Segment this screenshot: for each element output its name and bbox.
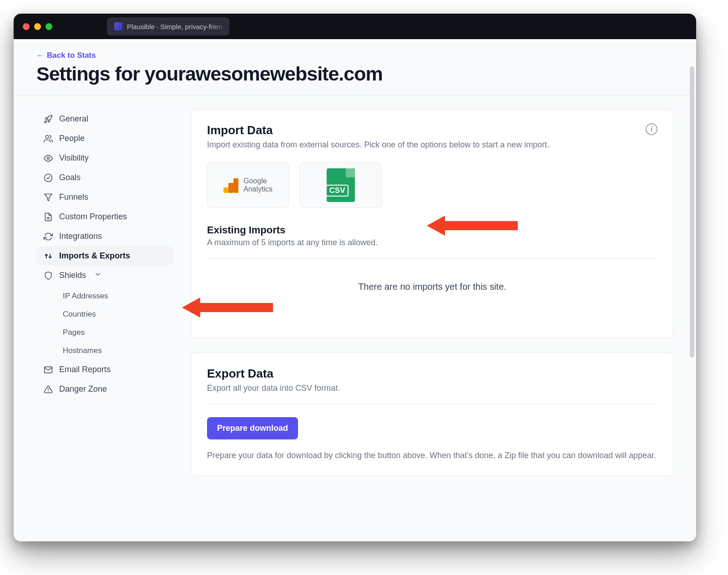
annotation-arrow-sidebar [182, 294, 273, 321]
export-desc: Export all your data into CSV format. [207, 383, 657, 393]
browser-window: Plausible · Simple, privacy-frien ← Back… [14, 14, 696, 541]
sidebar-item-funnels[interactable]: Funnels [36, 187, 173, 207]
arrows-up-down-icon [44, 252, 53, 261]
sidebar-item-visibility[interactable]: Visibility [36, 148, 173, 168]
google-analytics-label: Google Analytics [243, 177, 273, 193]
export-note: Prepare your data for download by clicki… [207, 449, 657, 462]
scrollbar[interactable] [690, 66, 694, 358]
prepare-download-button[interactable]: Prepare download [207, 417, 298, 439]
csv-file-icon: CSV [327, 168, 355, 202]
info-icon[interactable]: i [646, 123, 657, 135]
annotation-arrow-csv [427, 212, 518, 239]
export-data-card: Export Data Export all your data into CS… [191, 353, 673, 476]
window-controls [23, 23, 52, 30]
sidebar-item-goals[interactable]: Goals [36, 168, 173, 187]
mail-icon [44, 365, 53, 374]
sidebar-item-label: Custom Properties [59, 212, 127, 222]
page-header: ← Back to Stats Settings for yourawesome… [14, 39, 696, 96]
sidebar-item-label: Funnels [59, 192, 88, 202]
sidebar-item-label: Imports & Exports [59, 251, 130, 261]
existing-imports-desc: A maximum of 5 imports at any time is al… [207, 238, 657, 247]
svg-point-0 [46, 135, 49, 138]
sidebar-item-shields[interactable]: Shields [36, 266, 173, 285]
tab-title: Plausible · Simple, privacy-frien [127, 23, 222, 30]
import-option-csv[interactable]: CSV [300, 162, 382, 208]
sidebar-item-people[interactable]: People [36, 129, 173, 148]
sidebar-subitem-ip-addresses[interactable]: IP Addresses [59, 287, 173, 305]
sidebar-item-danger-zone[interactable]: Danger Zone [36, 379, 173, 399]
csv-label: CSV [326, 185, 349, 197]
sidebar-subitem-countries[interactable]: Countries [59, 305, 173, 323]
import-option-google-analytics[interactable]: Google Analytics [207, 162, 289, 208]
shields-submenu: IP Addresses Countries Pages Hostnames [59, 287, 173, 360]
page-body: ← Back to Stats Settings for yourawesome… [14, 39, 696, 541]
chevron-down-icon [94, 271, 101, 280]
export-heading: Export Data [207, 367, 657, 381]
sidebar-item-label: Email Reports [59, 365, 111, 374]
sidebar-item-label: Integrations [59, 232, 102, 241]
svg-marker-9 [182, 298, 273, 318]
sidebar-item-email-reports[interactable]: Email Reports [36, 360, 173, 379]
rocket-icon [44, 115, 53, 124]
sidebar-item-custom-properties[interactable]: Custom Properties [36, 207, 173, 227]
import-desc: Import existing data from external sourc… [207, 140, 549, 150]
users-icon [44, 134, 53, 143]
refresh-icon [44, 232, 53, 241]
svg-point-2 [45, 174, 52, 182]
alert-triangle-icon [44, 385, 53, 394]
back-to-stats-link[interactable]: ← Back to Stats [36, 51, 96, 60]
page-title: Settings for yourawesomewebsite.com [36, 63, 673, 85]
arrow-left-icon: ← [36, 51, 44, 60]
google-analytics-icon [223, 177, 239, 193]
minimize-window-icon[interactable] [34, 23, 41, 30]
funnel-icon [44, 193, 53, 202]
maximize-window-icon[interactable] [46, 23, 52, 30]
svg-marker-3 [45, 194, 52, 201]
sidebar-item-label: Shields [59, 271, 86, 280]
sidebar-item-integrations[interactable]: Integrations [36, 227, 173, 246]
svg-marker-10 [427, 216, 518, 236]
sidebar-item-label: Danger Zone [59, 384, 107, 394]
sidebar-subitem-hostnames[interactable]: Hostnames [59, 342, 173, 360]
back-link-label: Back to Stats [47, 51, 96, 60]
sidebar-item-label: General [59, 114, 88, 124]
check-circle-icon [44, 173, 53, 182]
browser-tab[interactable]: Plausible · Simple, privacy-frien [107, 17, 229, 35]
close-window-icon[interactable] [23, 23, 30, 30]
sidebar-item-imports-exports[interactable]: Imports & Exports [36, 246, 173, 266]
empty-imports-text: There are no imports yet for this site. [207, 259, 657, 324]
divider [207, 404, 657, 404]
eye-icon [44, 154, 53, 163]
sidebar-item-label: People [59, 134, 85, 143]
svg-point-1 [47, 157, 50, 159]
document-icon [44, 212, 53, 222]
sidebar-item-label: Goals [59, 173, 81, 182]
import-heading: Import Data [207, 123, 549, 137]
titlebar: Plausible · Simple, privacy-frien [14, 14, 696, 39]
settings-sidebar: General People Visibility [36, 109, 173, 528]
plausible-favicon-icon [114, 22, 122, 30]
sidebar-item-general[interactable]: General [36, 109, 173, 129]
sidebar-subitem-pages[interactable]: Pages [59, 323, 173, 342]
sidebar-item-label: Visibility [59, 153, 89, 163]
shield-icon [44, 271, 53, 280]
